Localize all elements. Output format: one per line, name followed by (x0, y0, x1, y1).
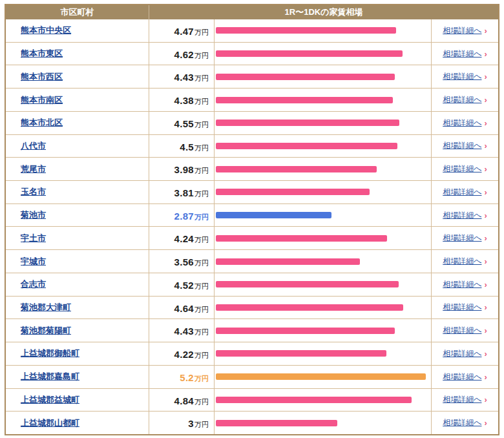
chevron-right-icon: › (484, 349, 487, 358)
price-unit: 万円 (194, 282, 209, 291)
rent-bar (216, 397, 412, 403)
price-value: 4.64 (174, 303, 194, 314)
detail-link[interactable]: 相場詳細へ (443, 302, 481, 313)
rent-bar (216, 27, 396, 34)
municipality-link[interactable]: 上益城郡御船町 (21, 348, 79, 359)
municipality-link[interactable]: 熊本市南区 (21, 94, 63, 106)
price-cell: 5.2万円 (149, 366, 215, 388)
rent-bar (216, 189, 370, 195)
detail-link[interactable]: 相場詳細へ (443, 163, 481, 174)
chevron-right-icon: › (484, 96, 487, 104)
detail-cell: 相場詳細へ › (432, 412, 498, 434)
detail-link[interactable]: 相場詳細へ (443, 348, 481, 359)
municipality-link[interactable]: 熊本市中央区 (21, 25, 71, 36)
rent-bar (216, 281, 399, 287)
table-row: 上益城郡益城町 4.84万円 相場詳細へ › (6, 389, 498, 412)
municipality-link[interactable]: 菊池市 (21, 209, 46, 221)
detail-link[interactable]: 相場詳細へ (443, 94, 481, 105)
detail-cell: 相場詳細へ › (432, 319, 498, 342)
detail-link[interactable]: 相場詳細へ (443, 48, 481, 59)
bar-cell (215, 227, 432, 249)
price-unit: 万円 (194, 305, 209, 315)
table-row: 熊本市南区 4.38万円 相場詳細へ › (6, 89, 498, 112)
municipality-link[interactable]: 宇土市 (21, 233, 46, 244)
chevron-right-icon: › (484, 395, 487, 404)
bar-cell (215, 366, 432, 388)
bar-cell (215, 65, 432, 88)
municipality-cell: 上益城郡嘉島町 (6, 366, 149, 388)
municipality-cell: 上益城郡御船町 (6, 342, 149, 365)
detail-cell: 相場詳細へ › (432, 135, 498, 158)
bar-cell (215, 112, 432, 134)
table-row: 八代市 4.5万円 相場詳細へ › (6, 135, 498, 158)
price-unit: 万円 (194, 143, 209, 153)
chevron-right-icon: › (484, 211, 487, 220)
detail-link[interactable]: 相場詳細へ (443, 25, 481, 36)
detail-link[interactable]: 相場詳細へ (443, 118, 481, 129)
detail-link[interactable]: 相場詳細へ (443, 256, 481, 267)
rent-bar (216, 373, 426, 380)
municipality-cell: 菊池郡菊陽町 (6, 319, 149, 342)
municipality-link[interactable]: 上益城郡嘉島町 (21, 371, 79, 382)
municipality-cell: 熊本市東区 (6, 43, 149, 65)
detail-cell: 相場詳細へ › (432, 89, 498, 111)
municipality-link[interactable]: 玉名市 (21, 186, 46, 198)
municipality-link[interactable]: 熊本市西区 (21, 71, 63, 83)
municipality-link[interactable]: 熊本市北区 (21, 117, 63, 129)
detail-link[interactable]: 相場詳細へ (443, 140, 481, 151)
detail-link[interactable]: 相場詳細へ (443, 210, 481, 221)
price-unit: 万円 (194, 258, 209, 268)
municipality-cell: 合志市 (6, 273, 149, 296)
detail-cell: 相場詳細へ › (432, 158, 498, 180)
municipality-link[interactable]: 上益城郡山都町 (21, 417, 79, 429)
municipality-link[interactable]: 合志市 (21, 278, 46, 290)
detail-link[interactable]: 相場詳細へ (443, 417, 481, 428)
detail-link[interactable]: 相場詳細へ (443, 279, 481, 290)
detail-link[interactable]: 相場詳細へ (443, 325, 481, 336)
detail-link[interactable]: 相場詳細へ (443, 71, 481, 82)
detail-cell: 相場詳細へ › (432, 227, 498, 249)
rent-bar (216, 420, 337, 426)
price-cell: 4.62万円 (149, 43, 215, 65)
price-cell: 4.24万円 (149, 227, 215, 249)
price-unit: 万円 (194, 166, 209, 176)
price-value: 2.87 (174, 211, 194, 222)
detail-cell: 相場詳細へ › (432, 250, 498, 273)
detail-link[interactable]: 相場詳細へ (443, 233, 481, 244)
detail-cell: 相場詳細へ › (432, 181, 498, 203)
price-cell: 3.98万円 (149, 158, 215, 180)
table-row: 合志市 4.52万円 相場詳細へ › (6, 273, 498, 297)
price-unit: 万円 (194, 213, 209, 222)
price-value: 4.84 (174, 395, 194, 406)
municipality-link[interactable]: 熊本市東区 (21, 48, 63, 59)
detail-cell: 相場詳細へ › (432, 389, 498, 412)
municipality-link[interactable]: 菊池郡菊陽町 (21, 325, 71, 337)
table-row: 菊池郡菊陽町 4.43万円 相場詳細へ › (6, 319, 498, 342)
chevron-right-icon: › (484, 50, 487, 58)
bar-cell (215, 412, 432, 434)
price-cell: 3万円 (149, 412, 215, 434)
municipality-link[interactable]: 荒尾市 (21, 163, 46, 175)
municipality-link[interactable]: 上益城郡益城町 (21, 394, 79, 406)
price-cell: 3.56万円 (149, 250, 215, 273)
municipality-link[interactable]: 宇城市 (21, 256, 46, 267)
detail-cell: 相場詳細へ › (432, 19, 498, 42)
price-value: 5.2 (180, 372, 194, 383)
detail-link[interactable]: 相場詳細へ (443, 187, 481, 198)
detail-cell: 相場詳細へ › (432, 273, 498, 296)
price-unit: 万円 (194, 328, 209, 337)
bar-cell (215, 250, 432, 273)
chevron-right-icon: › (484, 373, 487, 381)
rent-bar (216, 235, 387, 242)
chevron-right-icon: › (484, 419, 487, 427)
table-row: 宇土市 4.24万円 相場詳細へ › (6, 227, 498, 250)
municipality-link[interactable]: 菊池郡大津町 (21, 302, 71, 313)
detail-link[interactable]: 相場詳細へ (443, 371, 481, 382)
detail-link[interactable]: 相場詳細へ (443, 394, 481, 405)
table-row: 熊本市北区 4.55万円 相場詳細へ › (6, 112, 498, 135)
table-body: 熊本市中央区 4.47万円 相場詳細へ › 熊本市東区 4.62万円 相場詳細へ… (6, 19, 498, 434)
municipality-link[interactable]: 八代市 (21, 140, 46, 152)
price-cell: 4.84万円 (149, 389, 215, 412)
table-row: 菊池市 2.87万円 相場詳細へ › (6, 204, 498, 227)
price-value: 3.98 (174, 164, 194, 175)
